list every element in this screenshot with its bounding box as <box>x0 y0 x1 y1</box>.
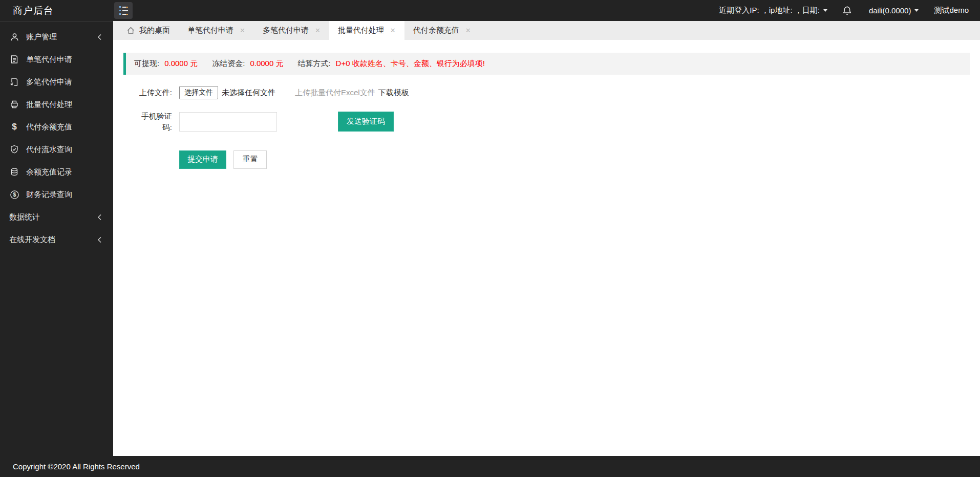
shield-check-icon <box>9 144 19 155</box>
sidebar-item-label: 数据统计 <box>9 212 40 222</box>
file-status-text: 未选择任何文件 <box>222 88 275 98</box>
frozen-value: 0.0000 元 <box>250 59 283 69</box>
chevron-down-icon <box>914 9 919 12</box>
dollar-circle-icon: $ <box>9 189 19 200</box>
svg-text:$: $ <box>13 191 16 198</box>
sidebar-toggle-button[interactable] <box>114 2 133 19</box>
close-icon[interactable]: ✕ <box>465 27 471 34</box>
tab-label: 批量代付处理 <box>338 26 384 35</box>
withdrawable-value: 0.0000 元 <box>164 59 198 69</box>
sidebar-item-label: 账户管理 <box>26 32 57 42</box>
sidebar-item-dev-docs[interactable]: 在线开发文档 <box>0 228 113 251</box>
tab-label: 代付余额充值 <box>413 26 459 35</box>
sidebar-item-data-statistics[interactable]: 数据统计 <box>0 206 113 228</box>
merchant-name: 测试demo <box>934 6 969 15</box>
sidebar-item-label: 单笔代付申请 <box>26 55 72 64</box>
bell-icon <box>843 6 851 15</box>
main-area: 我的桌面 单笔代付申请 ✕ 多笔代付申请 ✕ 批量代付处理 ✕ 代付余额充值 ✕… <box>113 21 980 456</box>
balance-alert: 可提现: 0.0000 元 冻结资金: 0.0000 元 结算方式: D+0 收… <box>123 53 970 75</box>
sidebar-item-multi-payout[interactable]: 多笔代付申请 <box>0 71 113 93</box>
sidebar-item-finance-records[interactable]: $ 财务记录查询 <box>0 183 113 206</box>
sidebar-item-label: 多笔代付申请 <box>26 77 72 87</box>
copyright-text: Copyright ©2020 All Rights Reserved <box>13 462 140 471</box>
tab-label: 我的桌面 <box>139 26 170 35</box>
tab-label: 多笔代付申请 <box>263 26 309 35</box>
sidebar-item-single-payout[interactable]: 单笔代付申请 <box>0 48 113 71</box>
login-info-text: 近期登入IP: ，ip地址: ，日期: <box>719 6 820 15</box>
sidebar-item-label: 代付流水查询 <box>26 145 72 155</box>
sidebar-item-payout-flow-query[interactable]: 代付流水查询 <box>0 138 113 161</box>
dollar-icon: $ <box>9 122 19 132</box>
chevron-left-icon <box>97 34 102 40</box>
top-right-area: 近期登入IP: ，ip地址: ，日期: daili(0.0000) 测试demo <box>719 6 980 15</box>
sms-code-input[interactable] <box>179 112 277 132</box>
sidebar-item-recharge-records[interactable]: 余额充值记录 <box>0 161 113 183</box>
content-panel: 可提现: 0.0000 元 冻结资金: 0.0000 元 结算方式: D+0 收… <box>113 40 980 456</box>
frozen-label: 冻结资金: <box>212 59 245 69</box>
send-code-button[interactable]: 发送验证码 <box>338 112 394 132</box>
chevron-left-icon <box>97 214 102 221</box>
sidebar-item-label: 批量代付处理 <box>26 100 72 110</box>
upload-hint-text: 上传批量代付Excel文件 <box>295 88 375 98</box>
top-bar: 商户后台 近期登入IP: ，ip地址: ，日期: daili(0.0000) 测… <box>0 0 980 21</box>
file-text-icon <box>9 54 19 64</box>
tab-multi-payout[interactable]: 多笔代付申请 ✕ <box>254 21 329 40</box>
close-icon[interactable]: ✕ <box>315 27 321 34</box>
sidebar-item-payout-balance-recharge[interactable]: $ 代付余额充值 <box>0 116 113 138</box>
sidebar-item-label: 财务记录查询 <box>26 190 72 200</box>
upload-file-label: 上传文件: <box>138 87 172 98</box>
tab-bar: 我的桌面 单笔代付申请 ✕ 多笔代付申请 ✕ 批量代付处理 ✕ 代付余额充值 ✕ <box>113 21 980 40</box>
tab-my-desktop[interactable]: 我的桌面 <box>118 21 179 40</box>
user-icon <box>9 32 19 42</box>
file-upload-icon <box>9 77 19 87</box>
sidebar-item-account-management[interactable]: 账户管理 <box>0 26 113 48</box>
list-menu-icon <box>119 6 128 8</box>
close-icon[interactable]: ✕ <box>240 27 245 34</box>
home-icon <box>127 27 135 34</box>
batch-payout-form: 上传文件: 选择文件 未选择任何文件 上传批量代付Excel文件 下载模板 手机… <box>113 82 980 169</box>
database-icon <box>9 167 19 177</box>
submit-button[interactable]: 提交申请 <box>179 150 226 169</box>
sidebar-item-batch-payout[interactable]: 批量代付处理 <box>0 93 113 116</box>
reset-button[interactable]: 重置 <box>233 150 267 169</box>
footer: Copyright ©2020 All Rights Reserved <box>0 456 980 477</box>
sidebar-item-label: 代付余额充值 <box>26 122 72 132</box>
printer-icon <box>9 99 19 110</box>
download-template-link[interactable]: 下载模板 <box>378 88 409 98</box>
sidebar: 账户管理 单笔代付申请 多笔代付申请 批量代付处理 $ 代付余额充值 <box>0 21 113 456</box>
tab-payout-recharge[interactable]: 代付余额充值 ✕ <box>404 21 480 40</box>
notification-bell-button[interactable] <box>843 6 851 15</box>
chevron-left-icon <box>97 236 102 243</box>
sidebar-item-label: 在线开发文档 <box>9 235 55 245</box>
user-dropdown[interactable]: daili(0.0000) <box>869 6 919 15</box>
close-icon[interactable]: ✕ <box>390 27 396 34</box>
chevron-down-icon[interactable] <box>823 9 827 12</box>
app-title: 商户后台 <box>0 4 113 17</box>
tab-batch-payout[interactable]: 批量代付处理 ✕ <box>329 21 404 40</box>
sms-code-label: 手机验证码: <box>138 111 172 133</box>
settlement-value: D+0 收款姓名、卡号、金额、银行为必填项! <box>336 59 485 69</box>
settlement-label: 结算方式: <box>297 59 330 69</box>
tab-single-payout[interactable]: 单笔代付申请 ✕ <box>179 21 254 40</box>
choose-file-button[interactable]: 选择文件 <box>179 86 218 99</box>
user-dropdown-label: daili(0.0000) <box>869 6 911 15</box>
tab-label: 单笔代付申请 <box>187 26 233 35</box>
withdrawable-label: 可提现: <box>134 59 159 69</box>
sidebar-item-label: 余额充值记录 <box>26 167 72 177</box>
